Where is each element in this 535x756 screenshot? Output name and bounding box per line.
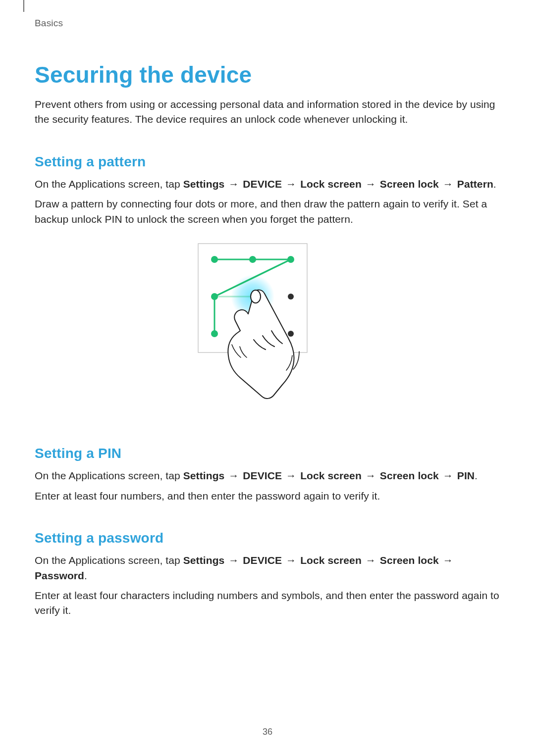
arrow-icon: → xyxy=(285,468,297,483)
password-path-step-1: Settings xyxy=(183,554,225,566)
pattern-path-step-3: Lock screen xyxy=(300,178,362,190)
pattern-path-step-2: DEVICE xyxy=(243,178,282,190)
arrow-icon: → xyxy=(365,177,377,192)
svg-point-11 xyxy=(288,331,294,337)
password-path-step-3: Lock screen xyxy=(300,554,362,566)
password-body: Enter at least four characters including… xyxy=(35,588,500,618)
arrow-icon: → xyxy=(227,553,240,568)
arrow-icon: → xyxy=(442,177,454,192)
pin-lead-text: On the Applications screen, tap xyxy=(35,470,183,481)
svg-point-6 xyxy=(287,256,294,263)
pattern-path-step-5: Pattern xyxy=(457,178,493,190)
password-lead-text: On the Applications screen, tap xyxy=(35,554,183,566)
arrow-icon: → xyxy=(285,177,297,192)
arrow-icon: → xyxy=(442,553,454,568)
pattern-body: Draw a pattern by connecting four dots o… xyxy=(35,197,500,227)
password-path-step-2: DEVICE xyxy=(243,554,282,566)
heading-pattern: Setting a pattern xyxy=(35,154,500,170)
pattern-illustration-wrap xyxy=(35,241,500,419)
pin-path-step-5: PIN xyxy=(457,470,475,481)
arrow-icon: → xyxy=(227,468,240,483)
password-path-step-4: Screen lock xyxy=(380,554,439,566)
pattern-path-paragraph: On the Applications screen, tap Settings… xyxy=(35,177,500,192)
arrow-icon: → xyxy=(442,468,454,483)
svg-point-12 xyxy=(251,290,261,303)
arrow-icon: → xyxy=(285,553,297,568)
intro-paragraph: Prevent others from using or accessing p… xyxy=(35,97,500,127)
heading-pin: Setting a PIN xyxy=(35,446,500,461)
svg-point-7 xyxy=(211,293,218,300)
page-container: Basics Securing the device Prevent other… xyxy=(0,0,535,756)
page-number: 36 xyxy=(0,727,535,737)
pattern-lead-text: On the Applications screen, tap xyxy=(35,178,183,190)
pattern-path-step-1: Settings xyxy=(183,178,225,190)
section-header: Basics xyxy=(35,0,500,29)
svg-point-5 xyxy=(249,256,256,263)
pin-trail: . xyxy=(475,470,478,481)
pin-body: Enter at least four numbers, and then en… xyxy=(35,489,500,504)
pattern-svg xyxy=(193,241,342,419)
arrow-icon: → xyxy=(365,553,377,568)
pin-path-step-3: Lock screen xyxy=(300,470,362,481)
svg-point-9 xyxy=(288,294,294,300)
password-path-step-5: Password xyxy=(35,570,84,581)
svg-point-8 xyxy=(211,330,218,337)
page-title: Securing the device xyxy=(35,61,500,88)
arrow-icon: → xyxy=(365,468,377,483)
pattern-illustration xyxy=(193,241,342,419)
pin-path-step-4: Screen lock xyxy=(380,470,439,481)
svg-point-4 xyxy=(211,256,218,263)
pin-path-step-2: DEVICE xyxy=(243,470,282,481)
heading-password: Setting a password xyxy=(35,530,500,546)
pin-path-paragraph: On the Applications screen, tap Settings… xyxy=(35,468,500,483)
page-crop-mark xyxy=(23,0,24,12)
password-path-paragraph: On the Applications screen, tap Settings… xyxy=(35,553,500,583)
pattern-path-step-4: Screen lock xyxy=(380,178,439,190)
pin-path-step-1: Settings xyxy=(183,470,225,481)
password-trail: . xyxy=(84,570,87,581)
pattern-trail: . xyxy=(493,178,496,190)
arrow-icon: → xyxy=(227,177,240,192)
